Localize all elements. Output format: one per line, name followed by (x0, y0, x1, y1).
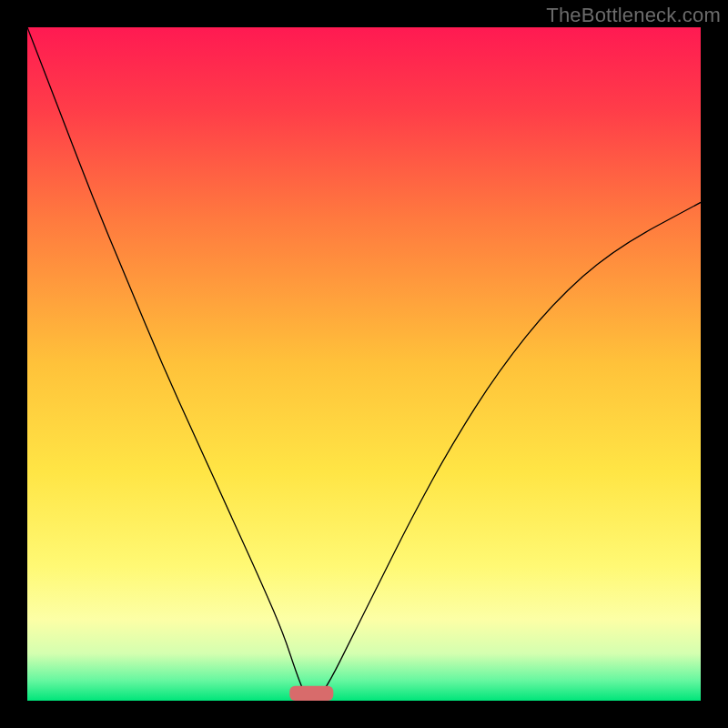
chart-frame (27, 27, 701, 701)
bottleneck-marker (289, 686, 333, 701)
watermark-text: TheBottleneck.com (546, 4, 721, 27)
bottleneck-chart (27, 27, 701, 701)
chart-background (27, 27, 701, 701)
